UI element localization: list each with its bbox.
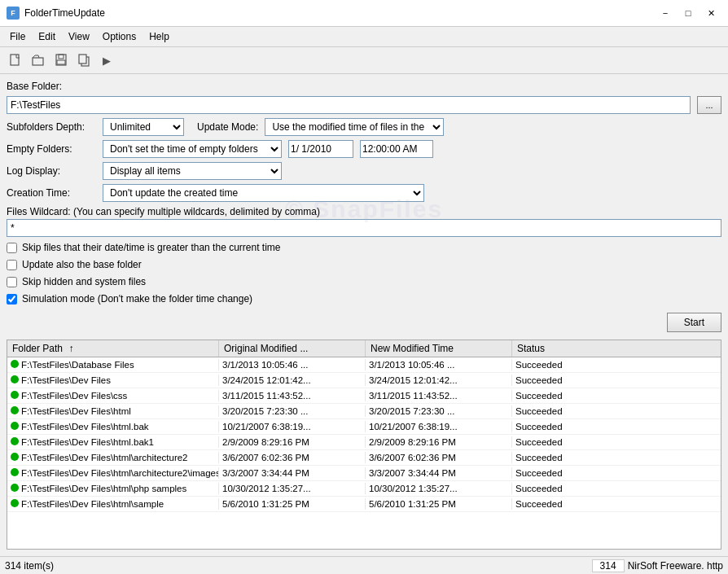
cell-path: F:\TestFiles\Database Files — [7, 359, 219, 370]
results-header: Folder Path ↑ Original Modified ... New … — [7, 340, 721, 357]
table-row[interactable]: F:\TestFiles\Dev Files\html 3/20/2015 7:… — [7, 404, 721, 419]
cell-status: Succeeded — [512, 359, 721, 370]
status-icon — [11, 484, 19, 493]
base-folder-input-row: ... — [7, 96, 721, 114]
cell-new: 3/3/2007 3:34:44 PM — [366, 467, 512, 479]
checkbox-skip-greater[interactable] — [7, 243, 17, 253]
cell-path: F:\TestFiles\Dev Files\html.bak1 — [7, 436, 219, 448]
col-header-status[interactable]: Status — [512, 340, 721, 357]
wildcard-label: Files Wildcard: (You can specify multipl… — [7, 206, 721, 217]
update-mode-select[interactable]: Use the modified time of files in the fo… — [265, 118, 444, 136]
window-title: FolderTimeUpdate — [24, 7, 655, 19]
toolbar-copy-btn[interactable] — [73, 50, 94, 71]
status-icon — [11, 468, 19, 478]
col-header-orig[interactable]: Original Modified ... — [219, 340, 366, 357]
subfolders-row: Subfolders Depth: Unlimited 123 Update M… — [7, 118, 721, 136]
toolbar-save-btn[interactable] — [50, 50, 72, 71]
cell-status: Succeeded — [512, 421, 721, 432]
cell-new: 10/30/2012 1:35:27... — [366, 483, 512, 494]
menu-file[interactable]: File — [3, 28, 32, 45]
cell-orig: 5/6/2010 1:31:25 PM — [219, 498, 366, 510]
status-icon — [11, 422, 19, 432]
creation-time-select[interactable]: Don't update the created time Update the… — [103, 184, 424, 202]
cell-orig: 10/30/2012 1:35:27... — [219, 483, 366, 494]
empty-folders-row: Empty Folders: Don't set the time of emp… — [7, 140, 721, 158]
checkbox-skip-hidden[interactable] — [7, 277, 17, 287]
status-icon — [11, 375, 19, 385]
cell-new: 5/6/2010 1:31:25 PM — [366, 498, 512, 510]
log-display-select[interactable]: Display all items Display only errors Di… — [103, 162, 282, 180]
table-row[interactable]: F:\TestFiles\Dev Files\html\architecture… — [7, 466, 721, 481]
creation-time-row: Creation Time: Don't update the created … — [7, 184, 721, 202]
empty-folders-select[interactable]: Don't set the time of empty folders Set … — [103, 140, 282, 158]
checkbox-simulation-mode[interactable] — [7, 294, 17, 305]
svg-rect-6 — [79, 55, 86, 64]
empty-folders-label: Empty Folders: — [7, 143, 96, 155]
wildcard-input[interactable] — [7, 219, 721, 237]
table-row[interactable]: F:\TestFiles\Dev Files\html\sample 5/6/2… — [7, 497, 721, 512]
status-right: NirSoft Freeware. http — [628, 560, 723, 572]
creation-time-label: Creation Time: — [7, 187, 96, 199]
svg-rect-3 — [59, 55, 64, 59]
checkbox2-label: Update also the base folder — [22, 259, 142, 270]
table-row[interactable]: F:\TestFiles\Dev Files 3/24/2015 12:01:4… — [7, 373, 721, 388]
maximize-button[interactable]: □ — [678, 5, 699, 21]
cell-orig: 3/24/2015 12:01:42... — [219, 375, 366, 386]
table-row[interactable]: F:\TestFiles\Dev Files\html\php samples … — [7, 481, 721, 497]
base-folder-input[interactable] — [7, 96, 691, 114]
menu-edit[interactable]: Edit — [32, 28, 62, 45]
subfolders-label: Subfolders Depth: — [7, 121, 96, 133]
cell-orig: 3/3/2007 3:34:44 PM — [219, 467, 366, 479]
toolbar-open-btn[interactable] — [28, 50, 49, 71]
table-row[interactable]: F:\TestFiles\Dev Files\css 3/11/2015 11:… — [7, 388, 721, 404]
start-row: Start — [7, 309, 721, 335]
table-row[interactable]: F:\TestFiles\Database Files 3/1/2013 10:… — [7, 357, 721, 373]
table-row[interactable]: F:\TestFiles\Dev Files\html.bak1 2/9/200… — [7, 435, 721, 450]
toolbar-run-btn[interactable]: ▶ — [96, 50, 117, 71]
base-folder-row: Base Folder: — [7, 81, 721, 92]
col-header-path[interactable]: Folder Path ↑ — [7, 340, 219, 357]
update-mode-label: Update Mode: — [197, 121, 258, 133]
checkbox1-label: Skip files that their date/time is great… — [22, 242, 280, 253]
title-bar: F FolderTimeUpdate − □ ✕ — [0, 0, 728, 27]
main-panel: Base Folder: ... Subfolders Depth: Unlim… — [0, 74, 728, 556]
cell-path: F:\TestFiles\Dev Files\html\sample — [7, 498, 219, 510]
checkbox3-row: Skip hidden and system files — [7, 275, 721, 288]
menu-view[interactable]: View — [62, 28, 96, 45]
cell-status: Succeeded — [512, 405, 721, 417]
browse-button[interactable]: ... — [697, 96, 721, 114]
results-body[interactable]: F:\TestFiles\Database Files 3/1/2013 10:… — [7, 357, 721, 549]
table-row[interactable]: F:\TestFiles\Dev Files\html\architecture… — [7, 450, 721, 466]
menu-help[interactable]: Help — [143, 28, 176, 45]
cell-new: 3/6/2007 6:02:36 PM — [366, 452, 512, 463]
base-folder-label: Base Folder: — [7, 81, 96, 92]
cell-new: 2/9/2009 8:29:16 PM — [366, 436, 512, 448]
start-button[interactable]: Start — [667, 313, 721, 332]
menu-options[interactable]: Options — [96, 28, 143, 45]
cell-status: Succeeded — [512, 467, 721, 479]
cell-status: Succeeded — [512, 483, 721, 494]
minimize-button[interactable]: − — [655, 5, 676, 21]
app-icon: F — [7, 7, 20, 20]
empty-time-input[interactable] — [360, 140, 433, 158]
cell-orig: 2/9/2009 8:29:16 PM — [219, 436, 366, 448]
empty-date-input[interactable] — [288, 140, 353, 158]
checkbox-update-base[interactable] — [7, 260, 17, 270]
svg-rect-4 — [57, 60, 65, 64]
status-icon — [11, 499, 19, 509]
col-header-new[interactable]: New Modified Time — [366, 340, 512, 357]
checkbox2-row: Update also the base folder — [7, 258, 721, 271]
subfolders-select[interactable]: Unlimited 123 — [103, 118, 184, 136]
cell-new: 3/24/2015 12:01:42... — [366, 375, 512, 386]
status-icon — [11, 391, 19, 401]
close-button[interactable]: ✕ — [700, 5, 721, 21]
cell-new: 3/20/2015 7:23:30 ... — [366, 405, 512, 417]
cell-path: F:\TestFiles\Dev Files — [7, 375, 219, 386]
table-row[interactable]: F:\TestFiles\Dev Files\html.bak 10/21/20… — [7, 419, 721, 435]
cell-orig: 3/1/2013 10:05:46 ... — [219, 359, 366, 370]
cell-path: F:\TestFiles\Dev Files\html\architecture… — [7, 452, 219, 463]
toolbar-new-btn[interactable] — [5, 50, 26, 71]
cell-path: F:\TestFiles\Dev Files\html\php samples — [7, 483, 219, 494]
cell-path: F:\TestFiles\Dev Files\html.bak — [7, 421, 219, 432]
cell-status: Succeeded — [512, 375, 721, 386]
